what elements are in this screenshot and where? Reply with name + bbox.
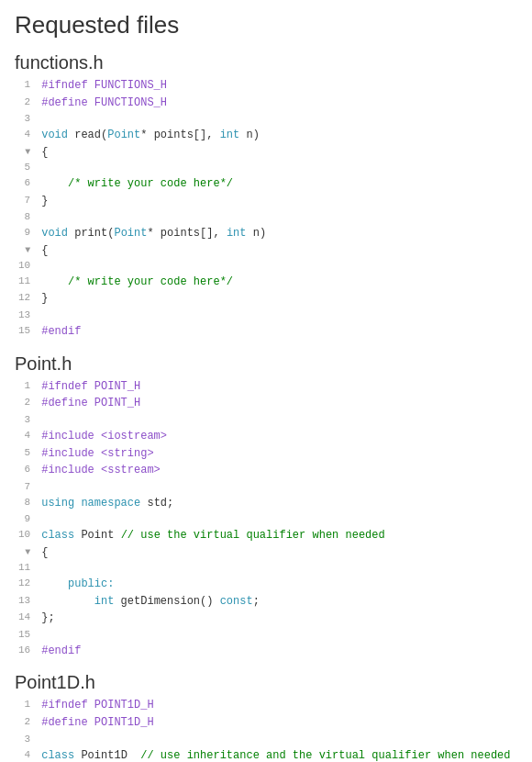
line-content: class Point // use the virtual qualifier… (41, 527, 517, 544)
code-block-0: 1#ifndef FUNCTIONS_H2#define FUNCTIONS_H… (15, 77, 517, 341)
line-content: #endif (41, 323, 517, 341)
table-row: 2#define POINT_H (15, 395, 517, 412)
line-content: #define POINT_H (41, 395, 517, 412)
file-title-2: Point1D.h (15, 672, 517, 693)
table-row: 12} (15, 290, 517, 308)
line-content (41, 479, 517, 495)
line-number: 1 (15, 697, 41, 714)
table-row: 4class Point1D // use inheritance and th… (15, 747, 517, 762)
code-block-1: 1#ifndef POINT_H2#define POINT_H34#inclu… (15, 378, 517, 660)
line-number: 8 (15, 495, 41, 512)
line-number: 1 (15, 378, 41, 396)
line-content: #include <sstream> (41, 462, 517, 479)
table-row: 13 int getDimension() const; (15, 593, 517, 611)
line-content: /* write your code here*/ (41, 274, 517, 291)
line-number: 3 (15, 111, 41, 127)
line-content: #ifndef FUNCTIONS_H (41, 77, 517, 95)
line-content: #include <string> (41, 445, 517, 463)
line-number: 4 (15, 747, 41, 762)
line-number: 13 (15, 593, 41, 611)
line-number: 2 (15, 714, 41, 732)
line-number: 10 (15, 527, 41, 544)
line-number: 16 (15, 643, 41, 660)
line-content: using namespace std; (41, 495, 517, 512)
line-number: 6 (15, 462, 41, 479)
line-number: 12 (15, 576, 41, 593)
line-content (41, 308, 517, 323)
line-content: } (41, 290, 517, 308)
table-row: 11 /* write your code here*/ (15, 274, 517, 291)
table-row: 2#define POINT1D_H (15, 714, 517, 732)
line-content: #include <iostream> (41, 428, 517, 445)
line-number: 1 (15, 77, 41, 95)
line-number: 7 (15, 193, 41, 210)
table-row: 3 (15, 412, 517, 428)
code-block-2: 1#ifndef POINT1D_H2#define POINT1D_H34cl… (15, 697, 517, 762)
table-row: 1#ifndef POINT_H (15, 378, 517, 396)
table-row: 1#ifndef FUNCTIONS_H (15, 77, 517, 95)
table-row: 15 (15, 627, 517, 643)
table-row: ▼ 10{ (15, 242, 517, 274)
table-row: ▼ 5{ (15, 144, 517, 175)
line-number: 2 (15, 395, 41, 412)
line-content (41, 511, 517, 527)
line-number: 9 (15, 225, 41, 242)
page-title: Requested files (15, 11, 517, 39)
table-row: 10class Point // use the virtual qualifi… (15, 527, 517, 544)
line-number: 4 (15, 428, 41, 445)
table-row: 12 public: (15, 576, 517, 593)
line-number: 11 (15, 274, 41, 291)
line-content: void print(Point* points[], int n) (41, 225, 517, 242)
line-content (41, 209, 517, 225)
line-content: { (41, 544, 517, 576)
line-number: 5 (15, 445, 41, 463)
table-row: 4#include <iostream> (15, 428, 517, 445)
line-number: 8 (15, 209, 41, 225)
table-row: 1#ifndef POINT1D_H (15, 697, 517, 714)
line-number: 15 (15, 627, 41, 643)
line-content: } (41, 193, 517, 210)
table-row: 13 (15, 308, 517, 323)
table-row: 16#endif (15, 643, 517, 660)
line-number: 4 (15, 127, 41, 144)
table-row: ▼ 11{ (15, 544, 517, 576)
table-row: 7} (15, 193, 517, 210)
table-row: 3 (15, 111, 517, 127)
line-number: ▼ 10 (15, 242, 41, 274)
line-number: 15 (15, 323, 41, 341)
file-title-0: functions.h (15, 52, 517, 73)
files-container: functions.h1#ifndef FUNCTIONS_H2#define … (15, 52, 517, 762)
line-number: ▼ 5 (15, 144, 41, 175)
table-row: 6#include <sstream> (15, 462, 517, 479)
line-content: int getDimension() const; (41, 593, 517, 611)
line-content: #define FUNCTIONS_H (41, 95, 517, 112)
table-row: 15#endif (15, 323, 517, 341)
line-number: 3 (15, 412, 41, 428)
line-content: /* write your code here*/ (41, 175, 517, 193)
line-number: 7 (15, 479, 41, 495)
line-number: 14 (15, 610, 41, 627)
line-content: #ifndef POINT_H (41, 378, 517, 396)
table-row: 3 (15, 732, 517, 747)
line-content: public: (41, 576, 517, 593)
table-row: 2#define FUNCTIONS_H (15, 95, 517, 112)
line-content (41, 627, 517, 643)
table-row: 9 (15, 511, 517, 527)
table-row: 6 /* write your code here*/ (15, 175, 517, 193)
line-content (41, 732, 517, 747)
table-row: 9void print(Point* points[], int n) (15, 225, 517, 242)
line-number: 9 (15, 511, 41, 527)
line-number: ▼ 11 (15, 544, 41, 576)
table-row: 8using namespace std; (15, 495, 517, 512)
line-content: #ifndef POINT1D_H (41, 697, 517, 714)
line-content (41, 111, 517, 127)
line-content: { (41, 242, 517, 274)
line-number: 2 (15, 95, 41, 112)
table-row: 5#include <string> (15, 445, 517, 463)
line-number: 13 (15, 308, 41, 323)
line-content: void read(Point* points[], int n) (41, 127, 517, 144)
line-content: class Point1D // use inheritance and the… (41, 747, 517, 762)
line-content: #endif (41, 643, 517, 660)
table-row: 14}; (15, 610, 517, 627)
table-row: 4void read(Point* points[], int n) (15, 127, 517, 144)
